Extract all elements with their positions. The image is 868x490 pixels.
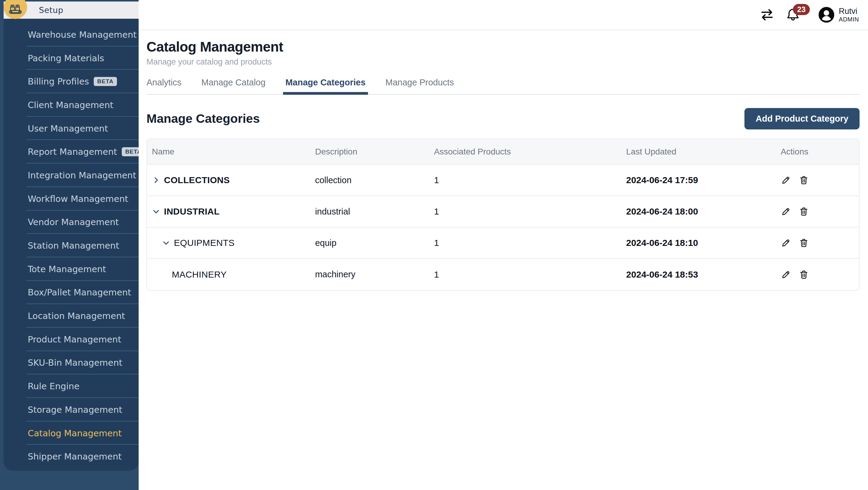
- category-name: EQUIPMENTS: [174, 238, 235, 248]
- notification-count-badge: 23: [793, 4, 810, 15]
- delete-icon[interactable]: [799, 206, 809, 217]
- delete-icon[interactable]: [799, 269, 809, 280]
- column-header-name: Name: [147, 139, 315, 165]
- associated-products-count: 1: [434, 269, 439, 279]
- tab-manage-products[interactable]: Manage Products: [385, 78, 454, 94]
- category-name: MACHINERY: [172, 269, 227, 280]
- table-row: MACHINERY machinery 1 2024-06-24 18:53: [147, 259, 859, 290]
- sidebar-item-integration-management[interactable]: Integration Management: [4, 164, 138, 187]
- transfer-icon[interactable]: [759, 8, 775, 22]
- sidebar-nav: Warehouse Management Packing Materials B…: [4, 19, 138, 471]
- edit-icon[interactable]: [781, 175, 791, 185]
- sidebar-item-user-management[interactable]: User Management: [4, 117, 138, 140]
- column-header-associated-products: Associated Products: [434, 139, 626, 165]
- sidebar-item-billing-profiles[interactable]: Billing ProfilesBETA: [4, 70, 138, 93]
- app-header: 23 Rutvi ADMIN: [138, 0, 868, 30]
- main-area: 23 Rutvi ADMIN Catalog Management Manage…: [138, 0, 868, 490]
- delete-icon[interactable]: [799, 238, 809, 248]
- sidebar-item-packing-materials[interactable]: Packing Materials: [4, 47, 138, 70]
- chevron-down-icon[interactable]: [162, 239, 170, 247]
- edit-icon[interactable]: [781, 269, 791, 280]
- sidebar-item-catalog-management[interactable]: Catalog Management: [4, 422, 138, 445]
- category-description: equip: [315, 238, 336, 248]
- chevron-right-icon[interactable]: [152, 176, 160, 184]
- edit-icon[interactable]: [781, 238, 791, 248]
- sidebar-item-sku-bin-management[interactable]: SKU-Bin Management: [4, 351, 138, 375]
- associated-products-count: 1: [434, 206, 439, 217]
- category-description: collection: [315, 175, 351, 185]
- last-updated: 2024-06-24 18:53: [626, 269, 698, 279]
- tab-manage-categories[interactable]: Manage Categories: [285, 78, 366, 94]
- last-updated: 2024-06-24 18:00: [626, 206, 698, 217]
- table-row: INDUSTRIAL industrial 1 2024-06-24 18:00: [147, 196, 859, 227]
- sidebar-item-warehouse-management[interactable]: Warehouse Management: [4, 23, 138, 47]
- column-header-last-updated: Last Updated: [626, 139, 781, 165]
- setup-label: Setup: [39, 5, 63, 15]
- associated-products-count: 1: [434, 238, 439, 248]
- delete-icon[interactable]: [799, 175, 809, 185]
- sidebar-item-vendor-management[interactable]: Vendor Management: [4, 211, 138, 234]
- chevron-down-icon[interactable]: [152, 207, 160, 216]
- beta-badge: BETA: [94, 77, 117, 86]
- tab-manage-catalog[interactable]: Manage Catalog: [201, 78, 266, 94]
- edit-icon[interactable]: [781, 206, 791, 217]
- categories-table: Name Description Associated Products Las…: [147, 139, 860, 291]
- last-updated: 2024-06-24 18:10: [626, 238, 698, 248]
- sidebar-item-workflow-management[interactable]: Workflow Management: [4, 187, 138, 211]
- category-name: COLLECTIONS: [164, 175, 230, 185]
- category-description: machinery: [315, 269, 355, 279]
- sidebar-item-client-management[interactable]: Client Management: [4, 93, 138, 117]
- category-name: INDUSTRIAL: [164, 206, 220, 217]
- section-title: Manage Categories: [147, 112, 260, 126]
- last-updated: 2024-06-24 17:59: [626, 175, 698, 185]
- sidebar-item-tote-management[interactable]: Tote Management: [4, 257, 138, 281]
- add-product-category-button[interactable]: Add Product Category: [744, 108, 860, 129]
- user-menu[interactable]: Rutvi ADMIN: [818, 7, 859, 23]
- user-name: Rutvi: [839, 7, 859, 16]
- sidebar: Setup Warehouse Management Packing Mater…: [0, 0, 138, 490]
- user-role: ADMIN: [839, 16, 859, 23]
- column-header-description: Description: [315, 139, 434, 165]
- associated-products-count: 1: [434, 175, 439, 185]
- table-row: COLLECTIONS collection 1 2024-06-24 17:5…: [147, 165, 859, 196]
- sidebar-item-location-management[interactable]: Location Management: [4, 304, 138, 328]
- column-header-actions: Actions: [781, 139, 859, 165]
- table-row: EQUIPMENTS equip 1 2024-06-24 18:10: [147, 227, 859, 259]
- sidebar-item-box-pallet-management[interactable]: Box/Pallet Management: [4, 281, 138, 305]
- sidebar-item-storage-management[interactable]: Storage Management: [4, 398, 138, 422]
- sidebar-item-report-management[interactable]: Report ManagementBETA: [4, 140, 138, 164]
- tab-bar: Analytics Manage Catalog Manage Categori…: [147, 78, 860, 95]
- sidebar-item-rule-engine[interactable]: Rule Engine: [4, 374, 138, 398]
- tab-analytics[interactable]: Analytics: [147, 78, 181, 94]
- avatar-icon: [818, 7, 835, 23]
- category-description: industrial: [315, 207, 350, 217]
- sidebar-item-shipper-management[interactable]: Shipper Management: [4, 445, 138, 468]
- page-subtitle: Manage your catalog and products: [147, 57, 860, 67]
- page-title: Catalog Management: [147, 39, 860, 55]
- sidebar-item-product-management[interactable]: Product Management: [4, 328, 138, 351]
- sidebar-item-station-management[interactable]: Station Management: [4, 234, 138, 257]
